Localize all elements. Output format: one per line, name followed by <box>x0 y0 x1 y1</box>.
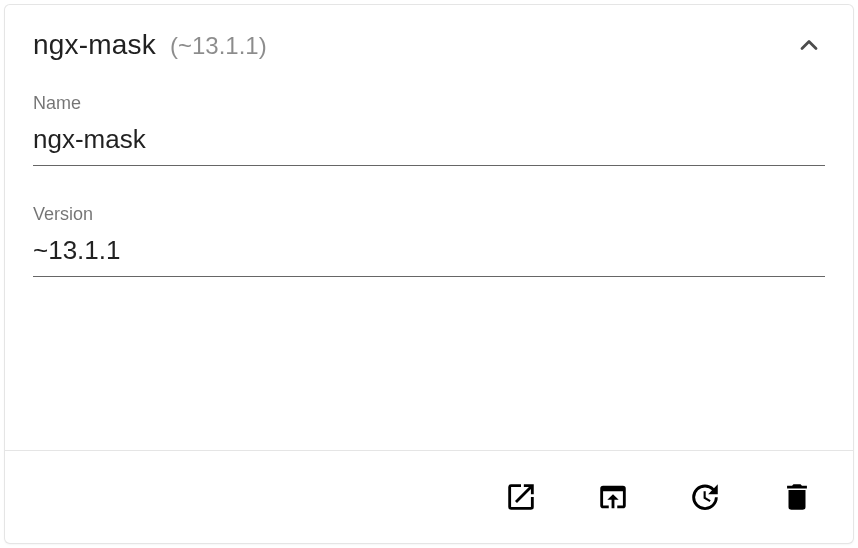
card-footer <box>5 451 853 543</box>
collapse-button[interactable] <box>793 29 825 61</box>
name-label: Name <box>33 93 825 114</box>
version-input[interactable] <box>33 231 825 277</box>
open-in-new-icon <box>504 480 538 514</box>
dependency-card: ngx-mask (~13.1.1) Name Version <box>4 4 854 544</box>
open-in-browser-button[interactable] <box>595 479 631 515</box>
open-in-new-button[interactable] <box>503 479 539 515</box>
title-block: ngx-mask (~13.1.1) <box>33 29 267 61</box>
delete-icon <box>780 480 814 514</box>
card-body: Name Version <box>5 69 853 313</box>
chevron-up-icon <box>795 31 823 59</box>
version-field: Version <box>33 204 825 277</box>
dependency-title: ngx-mask <box>33 29 156 61</box>
version-label: Version <box>33 204 825 225</box>
name-field: Name <box>33 93 825 166</box>
dependency-version-subtitle: (~13.1.1) <box>170 32 267 60</box>
open-in-browser-icon <box>596 480 630 514</box>
delete-button[interactable] <box>779 479 815 515</box>
card-header: ngx-mask (~13.1.1) <box>5 5 853 69</box>
name-input[interactable] <box>33 120 825 166</box>
update-icon <box>688 480 722 514</box>
update-button[interactable] <box>687 479 723 515</box>
